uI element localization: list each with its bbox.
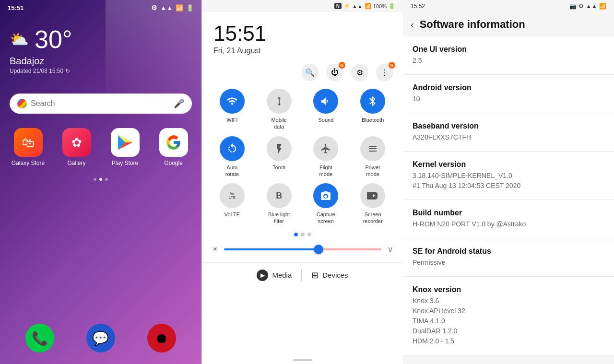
qs-status-icons: N ⚡ ▲▲ 📶 100% 🔋 [334,3,395,9]
weather-updated: Updated 21/08 15:50 ↻ [10,68,192,74]
power-mode-tile[interactable]: Powermode [352,136,393,178]
info-toolbar: ‹ Software information [403,12,614,36]
home-status-bar: 15:51 ⚙ ▲▲ 📶 🔋 [0,0,201,15]
mobile-data-tile[interactable]: Mobiledata [259,89,300,130]
media-label: Media [272,271,292,279]
wifi-tile-label: WIFI [226,117,237,123]
flight-mode-label: Flightmode [319,164,333,178]
auto-rotate-tile[interactable]: Autorotate [212,136,253,178]
bluetooth-tile[interactable]: Bluetooth [352,89,393,130]
more-icon: ⋮ [381,68,389,77]
settings-button[interactable]: ⚙ [351,64,368,81]
refresh-icon: ↻ [65,68,70,74]
home-battery-icon: 🔋 [186,4,194,12]
qs-bottom-divider [301,270,302,281]
home-wifi-icon: ▲▲ [160,4,173,12]
brightness-thumb[interactable] [314,245,323,254]
knox-version-value: Knox 3.6 Knox API level 32 TIMA 4.1.0 Du… [413,296,604,346]
se-android-item: SE for Android status Permissive [403,238,614,277]
kernel-version-label: Kernel version [413,160,604,169]
info-photo-icon: 📷 [569,3,577,10]
info-settings-icon: ⚙ [579,3,584,10]
kernel-version-value: 3.18.140-SIMPLE-KERNEL_V1.0 #1 Thu Aug 1… [413,171,604,191]
gallery-icon: ✿ [62,128,91,157]
blue-light-tile[interactable]: B Blue lightfilter [259,183,300,225]
google-label: Google [164,160,183,166]
weather-temperature: 30° [35,25,72,54]
knox-version-label: Knox version [413,285,604,294]
more-button[interactable]: ⋮ N [376,64,393,81]
one-ui-version-item: One UI version 2.5 [403,36,614,75]
wifi-status-icon: ▲▲ [352,3,363,9]
flight-mode-icon [313,136,338,161]
screen-recorder-tile[interactable]: Screenrecorder [352,183,393,225]
app-item-google[interactable]: Google [153,128,194,166]
sound-tile[interactable]: Sound [306,89,347,130]
power-mode-label: Powermode [366,164,380,178]
more-badge: N [389,62,395,69]
app-item-play-store[interactable]: Play Store [105,128,145,166]
media-button[interactable]: ▶ Media [257,270,292,281]
brightness-expand-icon[interactable]: ∨ [387,244,393,255]
home-screen: 15:51 ⚙ ▲▲ 📶 🔋 ⛅ 30° Badajoz Updated 21/… [0,0,201,364]
auto-rotate-icon [220,136,245,161]
volte-tile[interactable]: Vo LTE VoLTE [212,183,253,225]
weather-widget: ⛅ 30° Badajoz Updated 21/08 15:50 ↻ [0,15,201,79]
qs-time: 15:51 [213,22,391,46]
app-item-gallery[interactable]: ✿ Gallery [56,128,97,166]
search-button[interactable]: 🔍 [301,64,319,81]
dock-messages[interactable]: 💬 [86,324,115,352]
one-ui-version-value: 2.5 [413,56,604,66]
back-button[interactable]: ‹ [411,19,414,30]
screen-recorder-label: Screenrecorder [363,211,383,225]
screen-recorder-icon [360,183,385,208]
power-icon: ⏻ [331,68,339,77]
power-menu-button[interactable]: ⏻ N [326,64,343,81]
info-status-icons: 📷 ⚙ ▲▲ 📶 [569,3,606,10]
app-item-galaxy-store[interactable]: 🛍 Galaxy Store [8,128,48,166]
home-settings-icon: ⚙ [151,4,157,12]
power-mode-icon [360,136,385,161]
search-input[interactable] [31,99,170,108]
baseband-version-value: A320FLXXS7CTFH [413,132,604,142]
auto-rotate-label: Autorotate [225,164,239,178]
qs-tiles: WIFI Mobiledata Sound [202,85,403,229]
knox-version-item: Knox version Knox 3.6 Knox API level 32 … [403,277,614,355]
galaxy-store-icon: 🛍 [14,128,43,157]
brightness-slider[interactable] [224,248,381,250]
gallery-label: Gallery [67,160,85,166]
google-logo [17,99,27,108]
capture-screen-tile[interactable]: Capturescreen [306,183,347,225]
qs-page-dot-2 [301,233,305,236]
qs-page-dots [202,233,403,236]
search-bar[interactable]: 🎤 [10,94,192,114]
volte-label: VoLTE [224,211,240,218]
galaxy-store-label: Galaxy Store [12,160,45,166]
dock-phone[interactable]: 📞 [25,324,54,352]
dock-dot-1 [94,178,96,181]
flight-mode-tile[interactable]: Flightmode [306,136,347,178]
blue-light-label: Blue lightfilter [268,211,290,225]
quick-settings-panel: N ⚡ ▲▲ 📶 100% 🔋 15:51 Fri, 21 August 🔍 ⏻… [201,0,403,364]
info-wifi-icon: ▲▲ [586,3,597,10]
capture-screen-icon [313,183,338,208]
brightness-control: ☀ ∨ [202,240,403,258]
blue-light-icon: B [267,183,292,208]
weather-city: Badajoz [10,56,192,67]
one-ui-version-label: One UI version [413,45,604,54]
bluetooth-tile-label: Bluetooth [362,117,384,123]
devices-button[interactable]: ⊞ Devices [311,270,348,281]
se-android-label: SE for Android status [413,247,604,256]
info-status-bar: 15:52 📷 ⚙ ▲▲ 📶 [403,0,614,12]
qs-page-dot-1 [294,233,298,236]
torch-tile[interactable]: Torch [259,136,300,178]
mobile-data-tile-icon [267,89,292,114]
nfc-icon: N [334,3,342,9]
dock-recorder[interactable]: ⏺ [147,324,176,352]
android-version-value: 10 [413,94,604,104]
battery-status: 100% [373,3,387,9]
wifi-tile[interactable]: WIFI [212,89,253,130]
android-version-item: Android version 10 [403,75,614,113]
mic-icon[interactable]: 🎤 [174,98,184,109]
app-grid: 🛍 Galaxy Store ✿ Gallery Play Store [0,118,201,176]
